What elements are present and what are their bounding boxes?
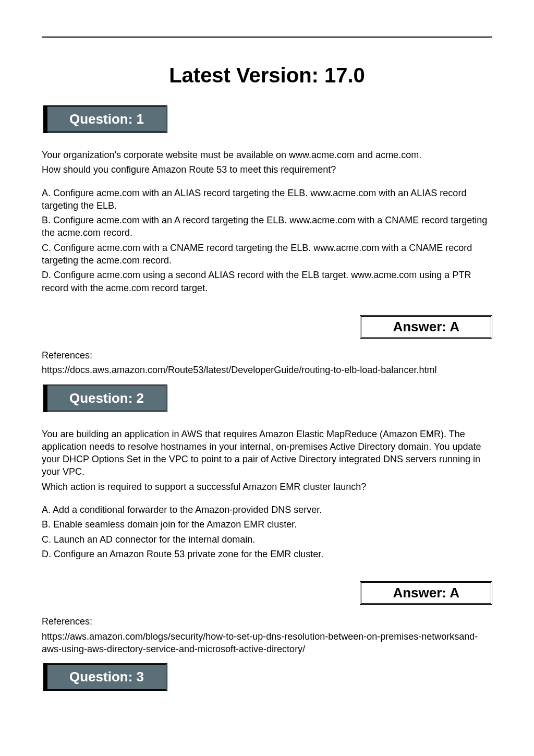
q2-option-b: B. Enable seamless domain join for the A… — [42, 518, 492, 531]
q1-intro-line-1: Your organization's corporate website mu… — [42, 149, 492, 161]
q1-option-b: B. Configure acme.com with an A record t… — [42, 214, 492, 239]
question-1-intro: Your organization's corporate website mu… — [42, 149, 492, 176]
question-2-options: A. Add a conditional forwarder to the Am… — [42, 503, 492, 560]
q2-option-d: D. Configure an Amazon Route 53 private … — [42, 548, 492, 560]
q2-option-a: A. Add a conditional forwarder to the Am… — [42, 503, 492, 516]
question-heading-2: Question: 2 — [46, 385, 167, 412]
question-heading-1: Question: 1 — [46, 105, 167, 133]
q2-intro-line-1: You are building an application in AWS t… — [42, 428, 492, 478]
q2-reference-link: https://aws.amazon.com/blogs/security/ho… — [42, 630, 492, 656]
question-2-references: References: https://aws.amazon.com/blogs… — [42, 615, 492, 655]
q2-option-c: C. Launch an AD connector for the intern… — [42, 533, 492, 546]
page-title: Latest Version: 17.0 — [42, 64, 492, 87]
top-divider — [42, 37, 492, 38]
q1-option-d: D. Configure acme.com using a second ALI… — [42, 269, 492, 294]
q2-references-label: References: — [42, 615, 492, 628]
q2-intro-line-2: Which action is required to support a su… — [42, 481, 492, 493]
q1-references-label: References: — [42, 349, 492, 362]
question-1-options: A. Configure acme.com with an ALIAS reco… — [42, 187, 492, 294]
answer-box-2: Answer: A — [360, 581, 492, 605]
question-1-references: References: https://docs.aws.amazon.com/… — [42, 349, 492, 377]
q1-reference-link: https://docs.aws.amazon.com/Route53/late… — [42, 364, 492, 376]
q1-option-c: C. Configure acme.com with a CNAME recor… — [42, 242, 492, 267]
q1-intro-line-2: How should you configure Amazon Route 53… — [42, 163, 492, 176]
question-2-intro: You are building an application in AWS t… — [42, 428, 492, 493]
q1-option-a: A. Configure acme.com with an ALIAS reco… — [42, 187, 492, 212]
question-heading-3: Question: 3 — [46, 663, 167, 691]
answer-box-1: Answer: A — [360, 315, 492, 339]
